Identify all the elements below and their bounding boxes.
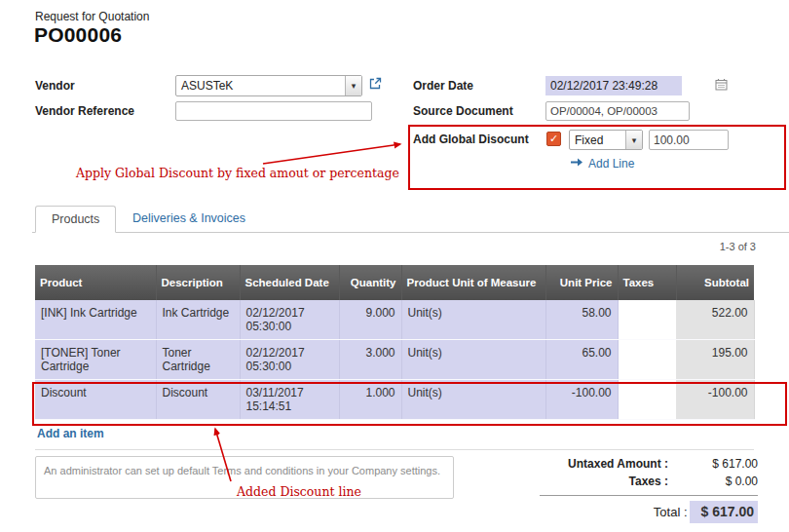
cell-uom[interactable]: Unit(s) <box>401 300 545 340</box>
table-header-row: Product Description Scheduled Date Quant… <box>35 265 754 300</box>
total-value: $ 617.00 <box>690 501 759 523</box>
vendor-value: ASUSTeK <box>176 76 345 95</box>
external-link-icon[interactable] <box>368 77 382 91</box>
untaxed-amount-value: $ 617.00 <box>670 457 758 471</box>
tab-deliveries-invoices[interactable]: Deliveries & Invoices <box>119 206 259 232</box>
order-date-value[interactable]: 02/12/2017 23:49:28 <box>545 76 682 95</box>
column-header-quantity: Quantity <box>339 265 401 300</box>
table-row[interactable]: [INK] Ink Cartridge Ink Cartridge 02/12/… <box>35 300 754 340</box>
form-type-label: Request for Quotation <box>35 10 149 23</box>
cell-uom[interactable]: Unit(s) <box>401 340 545 380</box>
untaxed-amount-row: Untaxed Amount : $ 617.00 <box>540 455 758 473</box>
annotation-global-discount-note: Apply Global Discount by fixed amout or … <box>76 166 399 180</box>
pager: 1-3 of 3 <box>720 241 756 252</box>
cell-unit-price[interactable]: 58.00 <box>545 300 618 340</box>
cell-product[interactable]: [TONER] Toner Cartridge <box>35 340 156 380</box>
column-header-scheduled-date: Scheduled Date <box>240 265 339 300</box>
annotation-discount-line-note: Added Discount line <box>237 484 361 499</box>
add-an-item-link[interactable]: Add an item <box>37 427 104 440</box>
cell-subtotal[interactable]: 522.00 <box>676 300 754 340</box>
totals-divider <box>540 495 758 496</box>
source-document-input[interactable] <box>545 101 690 121</box>
cell-description[interactable]: Toner Cartridge <box>156 340 240 380</box>
cell-description[interactable]: Ink Cartridge <box>156 300 240 340</box>
vendor-label: Vendor <box>35 79 75 93</box>
cell-quantity[interactable]: 3.000 <box>339 340 401 380</box>
taxes-label: Taxes : <box>544 475 670 488</box>
column-header-description: Description <box>156 265 240 300</box>
vendor-reference-label: Vendor Reference <box>35 104 134 118</box>
untaxed-amount-label: Untaxed Amount : <box>544 457 670 471</box>
taxes-value: $ 0.00 <box>670 475 758 488</box>
vendor-select[interactable]: ASUSTeK ▾ <box>175 75 362 96</box>
rfq-form-page: Request for Quotation PO00006 Vendor ASU… <box>0 0 789 532</box>
table-row[interactable]: [TONER] Toner Cartridge Toner Cartridge … <box>35 340 754 380</box>
cell-scheduled-date[interactable]: 02/12/2017 05:30:00 <box>240 300 339 340</box>
annotation-box-discount-line <box>32 382 787 426</box>
column-header-taxes: Taxes <box>618 265 676 300</box>
column-header-subtotal: Subtotal <box>676 265 754 300</box>
cell-scheduled-date[interactable]: 02/12/2017 05:30:00 <box>240 340 339 380</box>
cell-unit-price[interactable]: 65.00 <box>545 340 618 380</box>
cell-taxes[interactable] <box>618 300 676 340</box>
annotation-box-global-discount <box>408 125 786 190</box>
order-date-label: Order Date <box>413 79 473 93</box>
totals-panel: Untaxed Amount : $ 617.00 Taxes : $ 0.00… <box>540 455 758 525</box>
column-header-product: Product <box>35 265 156 300</box>
taxes-row: Taxes : $ 0.00 <box>540 473 758 490</box>
tab-divider <box>32 232 789 233</box>
calendar-icon[interactable] <box>715 78 728 91</box>
column-header-unit-price: Unit Price <box>545 265 618 300</box>
cell-taxes[interactable] <box>618 340 676 380</box>
vendor-reference-input[interactable] <box>175 101 372 121</box>
column-header-uom: Product Unit of Measure <box>401 265 545 300</box>
source-document-label: Source Document <box>413 104 513 118</box>
tab-products[interactable]: Products <box>35 206 116 233</box>
total-row: Total : $ 617.00 <box>540 499 758 525</box>
cell-subtotal[interactable]: 195.00 <box>676 340 754 380</box>
chevron-down-icon[interactable]: ▾ <box>345 76 361 95</box>
total-label: Total : <box>563 505 690 519</box>
arrow-to-global-discount <box>263 144 400 164</box>
cell-quantity[interactable]: 9.000 <box>339 300 401 340</box>
cell-product[interactable]: [INK] Ink Cartridge <box>35 300 156 340</box>
page-title: PO00006 <box>34 23 122 47</box>
